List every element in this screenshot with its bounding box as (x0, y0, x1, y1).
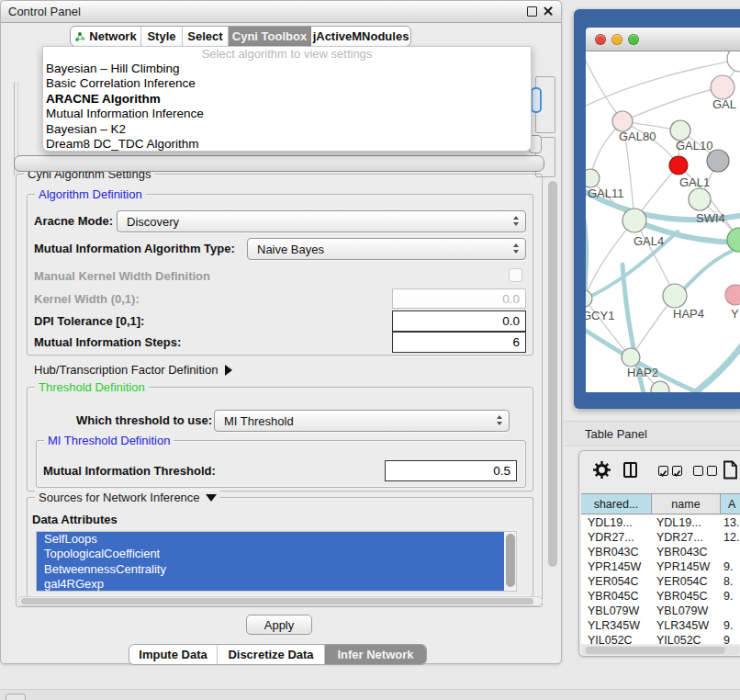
mi-steps-field[interactable] (392, 332, 526, 353)
close-icon[interactable] (543, 6, 554, 17)
network-node-hap2[interactable] (622, 348, 640, 367)
network-node-gal10[interactable] (670, 120, 690, 141)
network-node-gal1[interactable] (669, 156, 688, 175)
which-threshold-select[interactable]: MI Threshold (214, 410, 510, 432)
attribute-option[interactable]: gal4RGexp (37, 577, 504, 591)
network-window-titlebar[interactable] (586, 28, 740, 51)
table-cell: YIL052C (652, 633, 721, 644)
network-node[interactable] (727, 228, 740, 252)
table-row[interactable]: YBL079WYBL079W (581, 604, 740, 618)
table-cell: YER054C (652, 574, 721, 589)
settings-vertical-scrollbar[interactable] (548, 177, 558, 605)
table-row[interactable]: YIL052CYIL052C9 (581, 633, 740, 644)
network-node[interactable] (707, 150, 729, 172)
kernel-width-field[interactable] (392, 288, 526, 309)
attributes-list: SelfLoopsTopologicalCoefficientBetweenne… (36, 531, 517, 592)
popup-placeholder: Select algorithm to view settings (43, 47, 531, 62)
tab-style[interactable]: Style (141, 27, 183, 46)
network-tab-icon (74, 31, 85, 42)
algorithm-option[interactable]: Bayesian – Hill Climbing (43, 62, 531, 76)
network-node-label: GAL4 (633, 234, 664, 248)
expand-right-icon (225, 365, 232, 376)
partial-button[interactable] (6, 694, 26, 700)
algorithm-option[interactable]: Basic Correlation Inference (43, 76, 531, 91)
gear-icon[interactable] (593, 461, 611, 479)
network-edge[interactable] (586, 299, 631, 357)
which-threshold-label: Which threshold to use: (76, 413, 212, 427)
table-cell: 9. (721, 559, 740, 574)
algorithm-option[interactable]: Bayesian – K2 (43, 122, 531, 137)
network-node[interactable] (727, 51, 740, 72)
algorithm-option[interactable]: Dream8 DC_TDC Algorithm (43, 137, 531, 152)
table-cell: YPR145W (652, 559, 721, 574)
page-icon[interactable] (723, 460, 738, 480)
minimize-light-icon[interactable] (611, 34, 622, 45)
table-column-header[interactable]: A (721, 494, 740, 514)
network-node-y[interactable] (725, 285, 740, 305)
manual-kernel-checkbox[interactable] (509, 268, 522, 282)
tab-jactivemnodules[interactable]: jActiveMNodules (311, 27, 410, 46)
table-horizontal-scrollbar[interactable] (582, 646, 740, 655)
table-cell: 13... (721, 515, 740, 530)
table-row[interactable]: YDR27...YDR27...12... (581, 530, 740, 545)
attribute-option[interactable]: SelfLoops (37, 532, 504, 547)
aracne-mode-select[interactable]: Discovery (117, 210, 526, 232)
tab-network[interactable]: Network (71, 27, 141, 46)
aracne-mode-value: Discovery (127, 215, 179, 229)
group-title: Threshold Definition (35, 380, 149, 394)
table-toolbar (579, 451, 740, 493)
network-node-gal4[interactable] (622, 209, 646, 232)
hub-definition-expander[interactable]: Hub/Transcription Factor Definition (34, 363, 232, 377)
mi-steps-label: Mutual Information Steps: (34, 335, 181, 349)
table-cell: YDL19... (652, 515, 721, 530)
table-cell: YBR045C (581, 589, 652, 604)
algorithm-option[interactable]: Mutual Information Inference (43, 107, 531, 121)
focused-combo-fragment[interactable] (531, 87, 542, 113)
kernel-width-label: Kernel Width (0,1): (34, 292, 140, 306)
tab-infer-network[interactable]: Infer Network (325, 645, 426, 664)
network-edge[interactable] (622, 87, 723, 121)
table-column-header[interactable]: shared... (581, 494, 652, 514)
attribute-option[interactable]: TopologicalCoefficient (37, 547, 504, 561)
close-light-icon[interactable] (595, 34, 606, 45)
table-cell: YBL079W (652, 604, 721, 618)
network-node-gal11[interactable] (586, 169, 600, 187)
mi-threshold-field[interactable] (385, 460, 517, 481)
attributes-scrollbar[interactable] (504, 532, 516, 591)
columns-icon[interactable] (623, 462, 637, 478)
float-window-icon[interactable] (527, 6, 537, 17)
tab-discretize-data[interactable]: Discretize Data (218, 645, 325, 664)
settings-horizontal-scrollbar[interactable] (17, 596, 543, 606)
dpi-tolerance-label: DPI Tolerance [0,1]: (34, 314, 144, 328)
table-column-header[interactable]: name (652, 494, 721, 514)
dpi-tolerance-field[interactable] (392, 310, 526, 332)
table-row[interactable]: YBR045CYBR045C9. (581, 589, 740, 604)
network-edge[interactable] (694, 344, 740, 392)
network-canvas[interactable]: GALGAL80GAL10GAL1SWI4GAL11GAL4GCY1HAP4YH… (586, 51, 740, 392)
table-row[interactable]: YLR345WYLR345W9. (581, 618, 740, 633)
sources-collapser[interactable]: Sources for Network Inference (35, 491, 220, 504)
unchecked-boxes-icon[interactable] (693, 466, 717, 476)
tab-impute-data[interactable]: Impute Data (129, 645, 218, 664)
network-node-hap4[interactable] (663, 284, 687, 308)
table-row[interactable]: YER054CYER054C8. (581, 574, 740, 589)
algorithm-option[interactable]: ARACNE Algorithm (43, 92, 531, 107)
network-node-gal[interactable] (711, 75, 734, 99)
which-threshold-value: MI Threshold (224, 414, 294, 428)
tab-cyni-toolbox[interactable]: Cyni Toolbox (229, 27, 311, 46)
network-node-swi4[interactable] (689, 188, 711, 210)
mi-type-select[interactable]: Naive Bayes (247, 238, 526, 260)
zoom-light-icon[interactable] (628, 34, 639, 45)
combo-fragment[interactable] (14, 155, 544, 172)
checked-boxes-icon[interactable] (658, 466, 682, 476)
bottom-tabbar: Impute DataDiscretize DataInfer Network (129, 644, 427, 665)
table-row[interactable]: YDL19...YDL19...13... (581, 515, 740, 530)
apply-button[interactable]: Apply (246, 615, 312, 635)
table-row[interactable]: YPR145WYPR145W9. (581, 559, 740, 574)
network-node-gcy1[interactable] (586, 290, 592, 307)
aracne-mode-label: Aracne Mode: (34, 214, 113, 228)
attribute-option[interactable]: BetweennessCentrality (37, 562, 504, 577)
table-row[interactable]: YBR043CYBR043C (581, 545, 740, 559)
tab-select[interactable]: Select (183, 27, 229, 46)
network-node-gal80[interactable] (612, 111, 633, 131)
